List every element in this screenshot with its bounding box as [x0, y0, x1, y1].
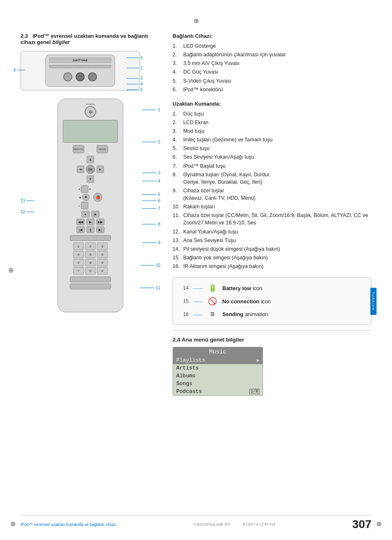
skip-back-btn[interactable]: |◀	[76, 226, 85, 233]
remote-body: POWER ⏻ MAIN VOL MODE	[58, 99, 123, 312]
keypad-row-4: * 0 #	[70, 267, 111, 275]
r-ann-3: 3	[142, 171, 160, 175]
keypad-row-2: 4 5 6	[70, 251, 111, 258]
dpad-left[interactable]: ◄	[77, 166, 84, 173]
section24-title: 2.4 Ana menü genel bilgiler	[173, 337, 371, 343]
list-item: 8.Oynatma tuşları (Oynat, Kayıt, Durdur,…	[173, 171, 371, 186]
list-item: 11.Cihaza özel tuşlar (CC/Metin, Sil, Gi…	[173, 212, 371, 226]
playback-row: ◀◀ ▶ ▶▶	[61, 219, 120, 225]
remote-diagram-wrapper: POWER ⏻ MAIN VOL MODE	[21, 99, 160, 312]
dpad-right[interactable]: ►	[97, 166, 104, 173]
r-ann-6: 6	[142, 198, 160, 203]
pause-btn[interactable]: ‖	[86, 226, 95, 233]
key-0[interactable]: 0	[85, 267, 96, 275]
key-9[interactable]: 9	[97, 259, 108, 266]
long-btn-1[interactable]	[70, 235, 111, 241]
list-item: 16.IR Aktarım simgesi (Aşağıya bakın)	[173, 263, 371, 270]
key-star[interactable]: *	[73, 267, 84, 275]
r-ann-9: 9	[142, 240, 160, 245]
sending-icon-row: 16 —— ≡ Sending animation	[180, 310, 364, 318]
main-vol-button[interactable]: MAIN VOL	[73, 145, 84, 153]
keypad: 1 2 3 4 5 6 7 8 9	[70, 242, 111, 275]
footer-date: 8/14/07 4:12:45 PM	[243, 522, 275, 526]
list-item: 6.Ses Seviyesi Yukarı/Aşağı tuşu	[173, 153, 371, 161]
list-item: 12.Kanal Yukarı/Aşağı tuşu	[173, 228, 371, 235]
lcd-screen	[63, 120, 118, 143]
main-content: 2.3 iPod™ evrensel uzaktan kumanda ve ba…	[21, 33, 371, 403]
key-8[interactable]: 8	[85, 259, 96, 266]
top-crosshair	[21, 16, 371, 25]
list-item: 6. iPod™ konektörü	[173, 86, 371, 93]
device-top-label: SdITIHd	[49, 58, 111, 63]
bottom-right-crosshair: ⊕	[376, 520, 382, 528]
key-1[interactable]: 1	[73, 242, 84, 250]
vol-down-btn[interactable]	[81, 202, 88, 209]
device-diagram-wrapper: SdITIHd 1 2	[21, 51, 160, 90]
vol-down-row: –	[78, 202, 91, 209]
key-4[interactable]: 4	[73, 251, 84, 258]
r-ann-11: 11	[140, 286, 160, 290]
long-btn-2[interactable]	[70, 277, 111, 282]
list-item: 9.Cihaza özel tuşlar(Kılavuz, Canlı TV, …	[173, 187, 371, 202]
list-item: 3. 3,5 mm A/V Çıkış Yuvası	[173, 60, 371, 67]
mute-btn[interactable]: ✱	[82, 194, 90, 201]
list-item: 5. S-Video Çıkış Yuvası	[173, 77, 371, 85]
list-item: 4. DC Güç Yuvası	[173, 68, 371, 76]
ipod-btn-group: 🍎	[93, 193, 102, 202]
list-item: 15.Bağlantı yok simgesi (Aşağıya bakın)	[173, 254, 371, 261]
ann-3: 3	[127, 76, 143, 81]
key-7[interactable]: 7	[73, 259, 84, 266]
record-btn[interactable]: ●	[81, 211, 90, 217]
footer-left-text: iPod™ evrensel uzaktan kumanda ve bağlan…	[21, 522, 116, 527]
section23-number: 2.3 iPod™ evrensel uzaktan kumanda ve ba…	[21, 33, 160, 45]
footer: iPod™ evrensel uzaktan kumanda ve bağlan…	[21, 515, 371, 531]
device-circle-3	[88, 72, 97, 81]
dpad-down[interactable]: ▼	[87, 175, 94, 183]
ann-1: 1	[127, 55, 143, 60]
icons-area: 14 —— 🔋 Battery low icon 15 —— 🚫 No conn…	[173, 277, 371, 325]
long-btn-3[interactable]	[70, 284, 111, 289]
page-container: 2.3 iPod™ evrensel uzaktan kumanda ve ba…	[0, 0, 392, 540]
page-number: 307	[352, 518, 371, 531]
mute-row: ◄ ✱	[78, 194, 91, 201]
ann-2: 2	[127, 66, 143, 70]
key-hash[interactable]: #	[97, 267, 108, 275]
list-item: 4.İmleç tuşları (Gezinme) ve Tamam tuşu	[173, 136, 371, 143]
menu-item-podcasts: Podcasts 1/8	[173, 388, 263, 395]
rewind-btn[interactable]: ◀◀	[76, 219, 85, 225]
key-3[interactable]: 3	[97, 242, 108, 250]
registration-mark	[192, 16, 200, 25]
power-button[interactable]: ⏻	[85, 106, 96, 118]
key-6[interactable]: 6	[97, 251, 108, 258]
dpad-up[interactable]: ▲	[87, 156, 94, 163]
ann-6: 6	[14, 68, 25, 72]
device-body: SdITIHd	[45, 55, 115, 87]
remote-list: 1.Güç tuşu 2.LCD Ekran 3.Mod tuşu 4.İmle…	[173, 110, 371, 270]
stop-btn[interactable]: ■	[91, 211, 99, 217]
list-item: 3.Mod tuşu	[173, 127, 371, 135]
ffw-btn[interactable]: ▶▶	[96, 219, 104, 225]
section23-left-title: 2.3 iPod™ evrensel uzaktan kumanda ve ba…	[21, 33, 160, 45]
connection-list: 1. LED Gösterge 2. Bağlantı adaptörünün …	[173, 42, 371, 93]
list-item: 5.Sessiz tuşu	[173, 145, 371, 152]
menu-header: Music	[173, 347, 263, 356]
ipod-btn[interactable]: 🍎	[93, 193, 102, 202]
list-item: 10.Rakam tuşları	[173, 203, 371, 210]
skip-fwd-btn[interactable]: ▶|	[96, 226, 104, 233]
play-btn[interactable]: ▶	[86, 219, 95, 225]
vol-up-btn[interactable]	[81, 185, 88, 193]
menu-item-albums: Albums	[173, 372, 263, 380]
vol-left-group: + + ◄ ✱ –	[78, 185, 91, 209]
device-circle-1	[63, 72, 72, 81]
vol-special-row: + + ◄ ✱ –	[61, 185, 120, 209]
right-column: Bağlantı Cihazı: 1. LED Gösterge 2. Bağl…	[173, 33, 371, 403]
device-circle-2	[76, 72, 85, 81]
key-2[interactable]: 2	[85, 242, 96, 250]
connection-title: Bağlantı Cihazı:	[173, 33, 371, 39]
dpad-ok[interactable]: OK	[86, 165, 95, 174]
remote-title: Uzaktan Kumanda:	[173, 101, 371, 107]
mode-button[interactable]: MODE	[97, 145, 108, 153]
menu-item-playlists: Playlists ▶	[173, 356, 263, 364]
footer-right-area: SJM315Final.indb 307 8/14/07 4:12:45 PM	[194, 522, 275, 526]
key-5[interactable]: 5	[85, 251, 96, 258]
